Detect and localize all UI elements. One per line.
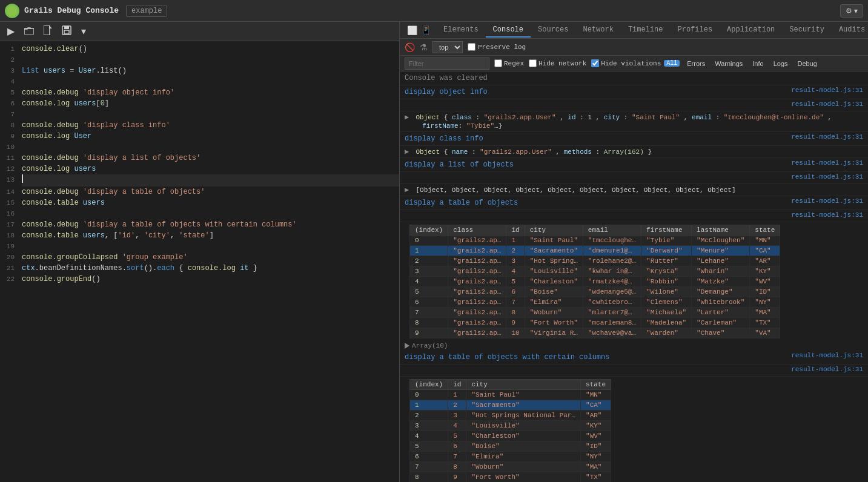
class-info-source[interactable]: result-model.js:31 <box>791 133 863 140</box>
preserve-log-input[interactable] <box>468 43 475 51</box>
tab-network[interactable]: Network <box>575 23 620 38</box>
table1-cell: "Fort Worth" <box>525 318 583 328</box>
device-icon[interactable]: 📱 <box>421 25 431 35</box>
tab-application[interactable]: Application <box>720 23 782 38</box>
line-code-7[interactable] <box>22 109 399 120</box>
table-row[interactable]: 78"Woburn""MA" <box>410 462 611 472</box>
line-code-19[interactable] <box>22 241 399 252</box>
hide-violations-check[interactable]: Hide violations All <box>591 59 680 67</box>
clear-console-button[interactable]: 🚫 <box>405 42 415 52</box>
line-code-13[interactable] <box>22 174 399 187</box>
line-code-8[interactable]: console.debug 'display class info' <box>22 120 399 131</box>
line-code-15[interactable]: console.table users <box>22 197 399 208</box>
tab-profiles[interactable]: Profiles <box>670 23 720 38</box>
line-number-3: 3 <box>0 65 22 76</box>
line-code-11[interactable]: console.debug 'display a list of objects… <box>22 153 399 163</box>
line-code-14[interactable]: console.debug 'display a table of object… <box>22 187 399 197</box>
table-row[interactable]: 12"Sacramento""CA" <box>410 400 611 411</box>
class-info-text[interactable]: display class info <box>405 134 483 143</box>
devtools-panel: ⬜ 📱 Elements Console Sources Network Tim… <box>400 22 868 482</box>
line-code-9[interactable]: console.log User <box>22 131 399 142</box>
line-code-3[interactable]: List users = User.list() <box>22 65 399 76</box>
expand-icon1[interactable]: ▶ <box>405 113 409 122</box>
table-row[interactable]: 23"Hot Springs National Par…"AR" <box>410 411 611 421</box>
table-row[interactable]: 0"grails2.ap…1"Saint Paul""tmccloughe…"T… <box>410 236 780 246</box>
line-code-6[interactable]: console.log users[0] <box>22 98 399 109</box>
line-code-4[interactable] <box>22 76 399 87</box>
all-badge: All <box>664 60 680 67</box>
line-code-16[interactable] <box>22 208 399 219</box>
table-row[interactable]: 01"Saint Paul""MN" <box>410 390 611 400</box>
tab-security[interactable]: Security <box>782 23 832 38</box>
list-source[interactable]: result-model.js:31 <box>791 159 863 167</box>
settings-button[interactable]: ⚙ ▾ <box>840 4 863 18</box>
table2-source1[interactable]: result-model.js:31 <box>791 352 863 359</box>
table-row[interactable]: 7"grails2.ap…8"Woburn""mlarter7@…"Michae… <box>410 308 780 318</box>
table-row[interactable]: 5"grails2.ap…6"Boise""wdemange5@…"Wilone… <box>410 287 780 297</box>
table-obj-text[interactable]: display a table of objects <box>405 199 518 207</box>
tab-timeline[interactable]: Timeline <box>621 23 671 38</box>
save-button[interactable] <box>59 24 74 39</box>
tab-sources[interactable]: Sources <box>531 23 575 38</box>
table1-cell: 2 <box>410 256 448 266</box>
logs-filter-btn[interactable]: Logs <box>771 59 790 68</box>
table2-header: city <box>466 380 581 390</box>
table-row[interactable]: 34"Louisville""KY" <box>410 421 611 431</box>
debug-filter-btn[interactable]: Debug <box>795 59 820 68</box>
table-row[interactable]: 45"Charleston""WV" <box>410 431 611 441</box>
table-row[interactable]: 2"grails2.ap…3"Hot Spring…"rolehane2@…"R… <box>410 256 780 266</box>
table-row[interactable]: 6"grails2.ap…7"Elmira""cwhitebro…"Clemen… <box>410 297 780 308</box>
tab-elements[interactable]: Elements <box>436 23 486 38</box>
console-entry-object1: ▶ Object { class : "grails2.app.User" , … <box>400 111 868 132</box>
tab-audits[interactable]: Audits <box>832 23 868 38</box>
table-row[interactable]: 9"grails2.ap…10"Virginia R…"wchave9@va…"… <box>410 328 780 338</box>
table-row[interactable]: 3"grails2.ap…4"Louisville""kwhar in@…"Kr… <box>410 266 780 277</box>
console-entry-object2: ▶ Object { name : "grails2.app.User" , m… <box>400 146 868 158</box>
table1-array-footer[interactable]: Array(10) <box>400 341 868 351</box>
table-row[interactable]: 4"grails2.ap…5"Charleston""rmatzke4@…"Ro… <box>410 277 780 287</box>
open-button[interactable] <box>22 25 36 38</box>
table-row[interactable]: 56"Boise""ID" <box>410 441 611 452</box>
expand-icon2[interactable]: ▶ <box>405 148 409 156</box>
run-button[interactable]: ▶ <box>5 24 17 38</box>
display-obj-source[interactable]: result-model.js:31 <box>791 87 863 94</box>
line-code-2[interactable] <box>22 54 399 65</box>
line-code-5[interactable]: console.debug 'display object info' <box>22 87 399 98</box>
inspect-icon[interactable]: ⬜ <box>407 25 417 35</box>
table-row[interactable]: 8"grails2.ap…9"Fort Worth""mcarleman8…"M… <box>410 318 780 328</box>
line-code-12[interactable]: console.log users <box>22 163 399 174</box>
table1-cell: 7 <box>410 308 448 318</box>
line-number-14: 14 <box>0 187 22 197</box>
context-select[interactable]: top <box>432 41 463 53</box>
table-row[interactable]: 89"Fort Worth""TX" <box>410 472 611 483</box>
preserve-log-checkbox[interactable]: Preserve log <box>468 43 526 51</box>
expand-icon3[interactable]: ▶ <box>405 186 409 194</box>
line-code-1[interactable]: console.clear() <box>22 44 399 54</box>
list-text[interactable]: display a list of objects <box>405 160 514 169</box>
line-code-18[interactable]: console.table users, ['id', 'city', 'sta… <box>22 230 399 241</box>
console-filter: Regex Hide network Hide violations All E… <box>400 56 868 71</box>
table1-cell: "WV" <box>750 277 780 287</box>
display-obj-text[interactable]: display object info <box>405 88 488 96</box>
line-code-17[interactable]: console.debug 'display a table of object… <box>22 219 399 230</box>
table-row[interactable]: 1"grails2.ap…2"Sacramento""dmenure1@…"De… <box>410 246 780 256</box>
filter-input[interactable] <box>405 58 489 70</box>
more-button[interactable]: ▾ <box>79 24 88 38</box>
errors-filter-btn[interactable]: Errors <box>684 59 707 68</box>
table1-cell: "mcarleman8… <box>583 318 641 328</box>
line-code-10[interactable] <box>22 142 399 153</box>
filter-console-button[interactable]: ⚗ <box>420 42 428 52</box>
hide-network-check[interactable]: Hide network <box>529 59 586 67</box>
warnings-filter-btn[interactable]: Warnings <box>712 59 745 68</box>
regex-check[interactable]: Regex <box>494 59 524 67</box>
table2-cell: "Boise" <box>466 441 581 452</box>
line-code-21[interactable]: ctx.beanDefinitionNames.sort().each { co… <box>22 263 399 274</box>
table-row[interactable]: 67"Elmira""NY" <box>410 452 611 462</box>
table-obj-source[interactable]: result-model.js:31 <box>791 197 863 205</box>
line-code-20[interactable]: console.groupCollapsed 'group example' <box>22 252 399 263</box>
table2-label-text[interactable]: display a table of objects with certain … <box>405 353 609 362</box>
line-code-22[interactable]: console.groupEnd() <box>22 274 399 285</box>
new-button[interactable] <box>41 24 55 39</box>
tab-console[interactable]: Console <box>486 23 531 38</box>
info-filter-btn[interactable]: Info <box>750 59 766 68</box>
